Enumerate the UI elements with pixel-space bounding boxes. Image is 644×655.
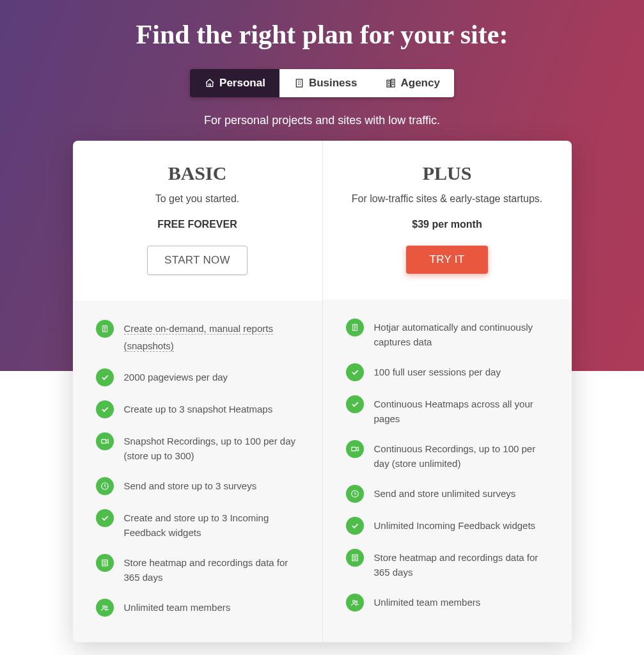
svg-rect-4 bbox=[101, 439, 106, 443]
feature-text: Send and store up to 3 surveys bbox=[124, 477, 257, 494]
feature-text: Unlimited Incoming Feedback widgets bbox=[374, 517, 536, 533]
plan-feature-list: Create on-demand, manual reports (snapsh… bbox=[73, 301, 322, 642]
office-icon bbox=[385, 77, 397, 89]
building-icon bbox=[294, 77, 305, 89]
clock-icon bbox=[346, 485, 364, 503]
plan-plus: PLUS For low-traffic sites & early-stage… bbox=[322, 141, 572, 642]
feature-row: Create up to 3 snapshot Heatmaps bbox=[96, 400, 299, 418]
feature-text: Store heatmap and recordings data for 36… bbox=[374, 549, 549, 580]
feature-text: Create and store up to 3 Incoming Feedba… bbox=[124, 509, 299, 540]
pricing-card: BASIC To get you started. FREE FOREVER S… bbox=[73, 141, 572, 642]
check-icon bbox=[96, 509, 114, 527]
video-icon bbox=[346, 440, 364, 458]
start-now-button[interactable]: START NOW bbox=[147, 246, 247, 275]
tier-subheading: For personal projects and sites with low… bbox=[0, 114, 644, 127]
feature-text: Unlimited team members bbox=[124, 599, 231, 615]
tab-business[interactable]: Business bbox=[279, 69, 372, 97]
feature-text: Unlimited team members bbox=[374, 594, 481, 610]
plan-basic: BASIC To get you started. FREE FOREVER S… bbox=[73, 141, 322, 642]
feature-text: Store heatmap and recordings data for 36… bbox=[124, 554, 299, 585]
check-icon bbox=[346, 395, 364, 413]
check-icon bbox=[96, 368, 114, 386]
feature-row: Continuous Heatmaps across all your page… bbox=[346, 395, 549, 426]
doc-icon bbox=[346, 319, 364, 336]
feature-text: 2000 pageviews per day bbox=[124, 368, 228, 385]
feature-text: Send and store unlimited surveys bbox=[374, 485, 516, 501]
plan-desc: For low-traffic sites & early-stage star… bbox=[342, 193, 553, 205]
feature-row: Send and store unlimited surveys bbox=[346, 485, 549, 503]
svg-rect-10 bbox=[351, 447, 356, 451]
plan-name: BASIC bbox=[92, 162, 303, 184]
svg-rect-0 bbox=[296, 79, 302, 87]
svg-point-7 bbox=[102, 606, 105, 608]
svg-point-14 bbox=[355, 601, 357, 603]
home-icon bbox=[204, 77, 216, 89]
plan-price: $39 per month bbox=[342, 219, 553, 230]
feature-text: 100 full user sessions per day bbox=[374, 363, 501, 380]
tab-agency[interactable]: Agency bbox=[371, 69, 453, 97]
feature-row: Send and store up to 3 surveys bbox=[96, 477, 299, 495]
doc-icon bbox=[96, 320, 114, 338]
feature-row: 2000 pageviews per day bbox=[96, 368, 299, 386]
team-icon bbox=[96, 599, 114, 617]
check-icon bbox=[346, 517, 364, 535]
plan-price: FREE FOREVER bbox=[92, 219, 303, 230]
svg-point-8 bbox=[105, 606, 107, 608]
plan-name: PLUS bbox=[342, 162, 553, 184]
feature-row: Unlimited team members bbox=[346, 594, 549, 612]
feature-row: Create and store up to 3 Incoming Feedba… bbox=[96, 509, 299, 540]
tab-personal[interactable]: Personal bbox=[190, 69, 279, 97]
check-icon bbox=[96, 400, 114, 418]
plan-tier-tabs: Personal Business Agency bbox=[190, 69, 454, 97]
tab-label: Agency bbox=[400, 77, 439, 90]
plan-desc: To get you started. bbox=[92, 193, 303, 205]
check-icon bbox=[346, 363, 364, 381]
data-icon bbox=[96, 554, 114, 572]
feature-text: Create up to 3 snapshot Heatmaps bbox=[124, 400, 273, 417]
svg-point-13 bbox=[352, 601, 355, 603]
data-icon bbox=[346, 549, 364, 567]
page-title: Find the right plan for your site: bbox=[0, 19, 644, 50]
feature-text: Continuous Heatmaps across all your page… bbox=[374, 395, 549, 426]
tab-label: Business bbox=[309, 77, 357, 90]
feature-row: Store heatmap and recordings data for 36… bbox=[96, 554, 299, 585]
team-icon bbox=[346, 594, 364, 612]
feature-row: Store heatmap and recordings data for 36… bbox=[346, 549, 549, 580]
feature-row: Unlimited team members bbox=[96, 599, 299, 617]
feature-row: Create on-demand, manual reports (snapsh… bbox=[96, 320, 299, 354]
feature-row: Continuous Recordings, up to 100 per day… bbox=[346, 440, 549, 471]
feature-text: Snapshot Recordings, up to 100 per day (… bbox=[124, 432, 299, 463]
feature-text: Hotjar automatically and continuously ca… bbox=[374, 319, 549, 349]
feature-row: Unlimited Incoming Feedback widgets bbox=[346, 517, 549, 535]
video-icon bbox=[96, 432, 114, 450]
plan-feature-list: Hotjar automatically and continuously ca… bbox=[323, 299, 572, 642]
feature-row: 100 full user sessions per day bbox=[346, 363, 549, 381]
feature-row: Hotjar automatically and continuously ca… bbox=[346, 319, 549, 349]
feature-text: Continuous Recordings, up to 100 per day… bbox=[374, 440, 549, 471]
try-it-button[interactable]: TRY IT bbox=[406, 246, 487, 274]
clock-icon bbox=[96, 477, 114, 495]
tab-label: Personal bbox=[219, 77, 265, 90]
feature-text[interactable]: Create on-demand, manual reports (snapsh… bbox=[124, 323, 273, 352]
feature-row: Snapshot Recordings, up to 100 per day (… bbox=[96, 432, 299, 463]
